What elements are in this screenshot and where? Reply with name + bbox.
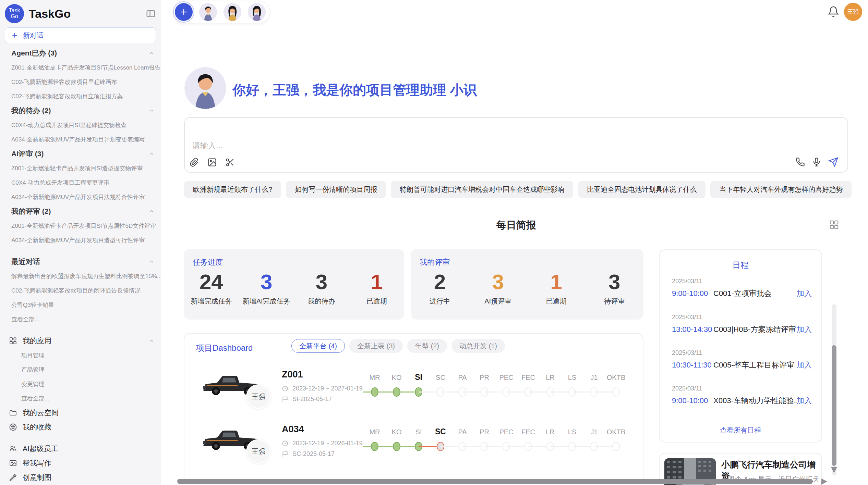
agent-avatar-2[interactable]: [224, 3, 241, 21]
recent-chat-item[interactable]: C02-飞腾新能源轻客改款项目的闭环通告反馈情况: [0, 283, 161, 298]
conversation-item[interactable]: Z001-全新燃油轻卡产品开发项目SI节点属性5D文件评审: [0, 219, 161, 233]
section-ai-review[interactable]: AI评审 (3): [0, 147, 161, 161]
scissors-icon[interactable]: [225, 158, 235, 167]
conversation-item[interactable]: C0X4-动力总成开发项目SI里程碑提交物检查: [0, 118, 161, 132]
milestone-dot[interactable]: [612, 442, 620, 451]
chevron-up-icon: [148, 151, 155, 157]
join-button[interactable]: 加入: [797, 288, 812, 299]
plus-icon: [179, 8, 188, 16]
sidebar-list: Agent已办 (3) Z001-全新燃油皮卡产品开发项目SI节点Lesson …: [0, 46, 161, 485]
conversation-item[interactable]: C02-飞腾新能源轻客改款项目里程碑画布: [0, 75, 161, 89]
dashboard-tabs: 全新平台 (4) 全新上装 (3) 年型 (2) 动总开发 (1): [291, 339, 505, 353]
suggestion-chip[interactable]: 比亚迪全固态电池计划具体说了什么: [578, 181, 706, 198]
project-dates: 2023-12-19 ~ 2027-01-19: [282, 385, 363, 392]
section-my-review[interactable]: 我的评审 (2): [0, 204, 161, 219]
join-button[interactable]: 加入: [797, 360, 812, 370]
conversation-item[interactable]: Z001-全新燃油轻卡产品开发项目SI造型提交物评审: [0, 161, 161, 175]
my-apps-header[interactable]: 我的应用: [0, 334, 161, 348]
divider: [5, 251, 156, 251]
project-flag-date: SC-2025-05-17: [282, 450, 335, 458]
clock-icon: [282, 385, 288, 392]
conversation-item[interactable]: Z001-全新燃油皮卡产品开发项目SI节点Lesson Learn报告: [0, 60, 161, 75]
project-code[interactable]: A034: [282, 424, 304, 435]
agent-avatar-3[interactable]: [248, 3, 266, 21]
phone-icon[interactable]: [795, 157, 805, 167]
image-upload-icon[interactable]: [207, 158, 217, 167]
milestone-dot[interactable]: [612, 387, 620, 397]
stat-ai-done: 3新增AI完成任务: [239, 270, 294, 306]
chat-input[interactable]: 请输入...: [184, 117, 848, 173]
app-item-product[interactable]: 产品管理: [0, 362, 161, 377]
schedule-item: 2025/03/11 13:00-14:30 C003|H0B-方案冻结评审 加…: [672, 314, 812, 335]
layout-grid-icon[interactable]: [829, 220, 839, 230]
attachment-icon[interactable]: [190, 158, 199, 167]
tab-new-body[interactable]: 全新上装 (3): [349, 339, 403, 353]
app-item-project[interactable]: 项目管理: [0, 348, 161, 362]
scroll-right-arrow-icon[interactable]: [821, 478, 827, 485]
flag-icon: [282, 396, 288, 402]
my-cloud-space[interactable]: 我的云空间: [0, 406, 161, 420]
chevron-up-icon: [148, 338, 155, 344]
recent-chat-item[interactable]: 解释最新出台的欧盟报废车法规再生塑料比例被调至15%...: [0, 269, 161, 283]
notifications-bell-icon[interactable]: [828, 6, 839, 17]
schedule-name: X003-车辆动力学性能验...: [713, 396, 797, 406]
join-button[interactable]: 加入: [797, 324, 812, 335]
suggestion-chip[interactable]: 欧洲新规最近颁布了什么?: [184, 181, 281, 198]
conversation-item[interactable]: C02-飞腾新能源轻客改款项目立项汇报方案: [0, 89, 161, 103]
dashboard-title: 项目Dashboard: [196, 343, 253, 353]
suggestion-chip[interactable]: 当下年轻人对汽车外观有怎样的喜好趋势: [710, 181, 852, 198]
conversation-item[interactable]: C0X4-动力总成开发项目工程变更评审: [0, 175, 161, 190]
horizontal-scrollbar[interactable]: [177, 479, 813, 484]
tab-new-platform[interactable]: 全新平台 (4): [291, 339, 345, 353]
section-recent-chats[interactable]: 最近对话: [0, 254, 161, 269]
user-avatar[interactable]: 王强: [844, 3, 862, 21]
schedule-panel: 日程 2025/03/11 9:00-10:00 C001-立项审批会 加入 2…: [659, 249, 822, 443]
schedule-item: 2025/03/11 9:00-10:00 X003-车辆动力学性能验... 加…: [672, 385, 812, 406]
pen-icon: [9, 473, 17, 482]
tab-powertrain[interactable]: 动总开发 (1): [451, 339, 505, 353]
sidebar-collapse-icon[interactable]: [146, 9, 156, 19]
conversation-item[interactable]: A034-全新新能源MUV产品开发项目计划变更表编写: [0, 132, 161, 147]
help-me-write[interactable]: 帮我写作: [0, 456, 161, 470]
chevron-up-icon: [148, 50, 155, 56]
view-all-apps[interactable]: 查看全部...: [0, 391, 161, 406]
tab-year-model[interactable]: 年型 (2): [407, 339, 447, 353]
schedule-date: 2025/03/11: [672, 349, 812, 357]
microphone-icon[interactable]: [812, 157, 821, 167]
milestone-label: OKTB: [600, 428, 632, 436]
agent-avatar-1[interactable]: [199, 3, 217, 21]
view-all-schedule[interactable]: 查看所有日程: [660, 426, 821, 435]
stat-in-progress: 2进行中: [411, 270, 469, 306]
add-agent-button[interactable]: [175, 3, 193, 21]
schedule-time: 10:30-11:30: [672, 361, 713, 370]
section-my-todo[interactable]: 我的待办 (2): [0, 103, 161, 118]
section-agent-done[interactable]: Agent已办 (3): [0, 46, 161, 60]
scroll-down-arrow-icon[interactable]: [831, 467, 837, 473]
divider: [5, 438, 156, 438]
recent-chat-item[interactable]: 公司Q3轻卡销量: [0, 298, 161, 312]
creative-drawing[interactable]: 创意制图: [0, 470, 161, 485]
join-button[interactable]: 加入: [797, 396, 812, 406]
suggestion-chip[interactable]: 如何写一份清晰的项目周报: [286, 181, 386, 198]
image-icon: [9, 459, 17, 467]
suggestion-chip[interactable]: 特朗普可能对进口汽车增税会对中国车企造成哪些影响: [391, 181, 573, 198]
vertical-scrollbar[interactable]: [832, 345, 836, 466]
schedule-time: 9:00-10:00: [672, 396, 713, 405]
conversation-item[interactable]: A034-全新新能源MUV产品开发项目造型可行性评审: [0, 233, 161, 247]
schedule-date: 2025/03/11: [672, 385, 812, 392]
flag-icon: [282, 451, 288, 457]
view-all-chats[interactable]: 查看全部...: [0, 312, 161, 326]
my-favorites[interactable]: 我的收藏: [0, 420, 161, 434]
schedule-name: C003|H0B-方案冻结评审: [713, 324, 797, 335]
milestones-row-0: MRKOSISCPAPRPECFECLRLSJ1OKTB: [375, 373, 639, 400]
stats-row: 24新增完成任务 3新增AI完成任务 3我的待办 1已逾期: [184, 270, 404, 306]
schedule-name: C005-整车工程目标评审: [713, 360, 797, 370]
app-item-change[interactable]: 变更管理: [0, 377, 161, 391]
schedule-item: 2025/03/11 10:30-11:30 C005-整车工程目标评审 加入: [672, 349, 812, 370]
new-chat-button[interactable]: 新对话: [5, 27, 156, 43]
send-icon[interactable]: [828, 157, 839, 167]
input-placeholder: 请输入...: [192, 140, 222, 151]
ai-super-staff[interactable]: AI超级员工: [0, 442, 161, 456]
conversation-item[interactable]: A034-全新新能源MUV产品开发项目法规符合性评审: [0, 190, 161, 204]
project-code[interactable]: Z001: [282, 369, 303, 380]
